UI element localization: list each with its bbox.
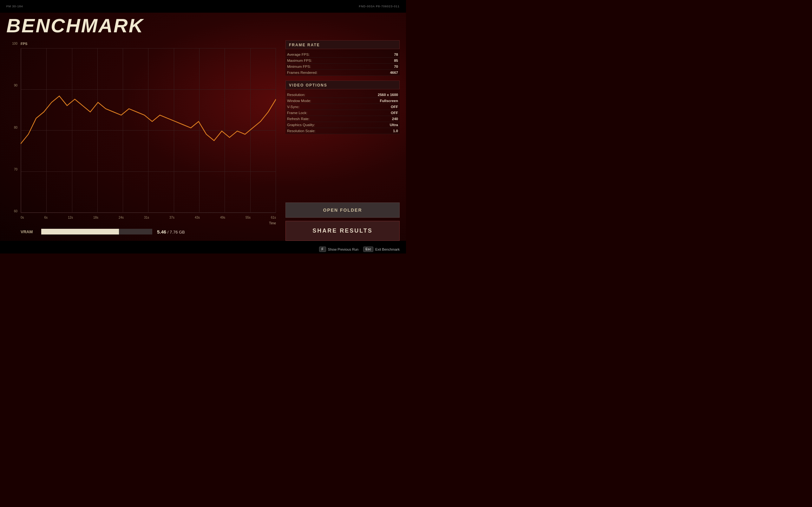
right-panel: FRAME RATE Average FPS:78Maximum FPS:85M… (286, 39, 400, 241)
x-label: 18s (93, 216, 98, 219)
vram-separator: / (167, 230, 170, 234)
stat-row: Average FPS:78 (286, 52, 400, 58)
y-val-60: 60 (14, 210, 17, 213)
vram-used: 5.46 (157, 229, 166, 234)
stat-label: Minimum FPS: (287, 65, 311, 68)
stat-value: Fullscreen (380, 99, 398, 103)
x-label: 55s (246, 216, 251, 219)
stat-value: 85 (394, 59, 398, 62)
y-val-80: 80 (14, 126, 17, 129)
x-label: 12s (68, 216, 73, 219)
share-results-button[interactable]: SHARE RESULTS (286, 221, 400, 241)
frame-rate-section: FRAME RATE Average FPS:78Maximum FPS:85M… (286, 40, 400, 76)
video-options-header-text: VIDEO OPTIONS (289, 83, 327, 88)
stat-label: Frame Lock: (287, 111, 307, 115)
stat-value: Ultra (390, 123, 398, 127)
bottom-controls: FShow Previous RunEscExit Benchmark (319, 246, 400, 252)
x-label: 6s (44, 216, 48, 219)
x-label: 31s (144, 216, 149, 219)
main-area: FPS 100 90 80 70 60 (6, 39, 400, 241)
frame-rate-header-text: FRAME RATE (289, 43, 320, 47)
stat-row: Frames Rendered:4667 (286, 70, 400, 76)
vram-value: 5.46 / 7.76 GB (157, 229, 185, 234)
stat-row: Minimum FPS:70 (286, 64, 400, 70)
video-options-stats: Resolution:2560 x 1600Window Mode:Fullsc… (286, 92, 400, 134)
stat-value: OFF (391, 111, 398, 115)
open-folder-button[interactable]: OPEN FOLDER (286, 203, 400, 218)
chart-section: FPS 100 90 80 70 60 (6, 39, 276, 241)
stat-label: Frames Rendered: (287, 71, 317, 74)
x-label: 49s (220, 216, 225, 219)
page-title: BENCHMARK (6, 16, 400, 36)
control-item[interactable]: EscExit Benchmark (363, 246, 400, 252)
stat-label: Maximum FPS: (287, 59, 312, 62)
stat-row: V-Sync:OFF (286, 104, 400, 110)
stat-value: 1.0 (393, 129, 398, 133)
fps-chart (20, 48, 276, 176)
stat-value: 70 (394, 65, 398, 68)
x-label: 37s (169, 216, 174, 219)
stat-label: Resolution: (287, 93, 305, 97)
vram-bar-container (41, 229, 152, 234)
x-label: 43s (195, 216, 200, 219)
top-bar-right: FND-003A P8-706023-011 (359, 5, 400, 8)
stat-row: Refresh Rate:240 (286, 116, 400, 122)
frame-rate-header: FRAME RATE (286, 40, 400, 49)
video-options-header: VIDEO OPTIONS (286, 80, 400, 89)
frame-rate-stats: Average FPS:78Maximum FPS:85Minimum FPS:… (286, 52, 400, 76)
top-bar-left: FM 30-184 (6, 5, 23, 8)
video-options-section: VIDEO OPTIONS Resolution:2560 x 1600Wind… (286, 80, 400, 134)
control-label: Show Previous Run (328, 247, 359, 251)
stat-row: Window Mode:Fullscreen (286, 98, 400, 104)
stat-label: Resolution Scale: (287, 129, 316, 133)
chart-y-label: FPS (20, 42, 27, 46)
vram-label: VRAM (20, 229, 37, 234)
control-label: Exit Benchmark (375, 247, 400, 251)
top-bar: FM 30-184 FND-003A P8-706023-011 (0, 0, 406, 13)
main-content: BENCHMARK FPS 100 90 80 70 60 (0, 13, 406, 241)
chart-x-axis-label: Time (269, 222, 276, 225)
key-badge: Esc (363, 246, 373, 252)
y-val-90: 90 (14, 83, 17, 87)
stat-row: Resolution:2560 x 1600 (286, 92, 400, 98)
stat-value: 78 (394, 53, 398, 56)
stat-value: 4667 (390, 71, 398, 74)
x-label: 0s (20, 216, 24, 219)
stat-value: OFF (391, 105, 398, 109)
chart-x-labels: 0s 6s 12s 18s 24s 31s 37s 43s 49s 55s 61… (20, 216, 276, 219)
title-section: BENCHMARK (6, 16, 400, 36)
stat-value: 240 (392, 117, 398, 121)
y-val-70: 70 (14, 168, 17, 171)
x-label: 24s (119, 216, 124, 219)
stat-row: Graphics Quality:Ultra (286, 122, 400, 128)
bottom-bar: FShow Previous RunEscExit Benchmark (0, 241, 406, 253)
stat-value: 2560 x 1600 (378, 93, 398, 97)
stat-row: Resolution Scale:1.0 (286, 128, 400, 134)
y-val-100: 100 (12, 42, 17, 45)
vram-section: VRAM 5.46 / 7.76 GB (6, 226, 276, 238)
vram-total: 7.76 GB (170, 230, 185, 234)
stat-row: Frame Lock:OFF (286, 110, 400, 116)
stat-label: Window Mode: (287, 99, 311, 103)
control-item[interactable]: FShow Previous Run (319, 246, 359, 252)
stat-label: V-Sync: (287, 105, 300, 109)
stat-label: Refresh Rate: (287, 117, 310, 121)
buttons-section: OPEN FOLDER SHARE RESULTS (286, 203, 400, 241)
key-badge: F (319, 246, 326, 252)
vram-bar-used (41, 229, 119, 234)
chart-container: FPS 100 90 80 70 60 (6, 39, 276, 226)
chart-y-values: 100 90 80 70 60 (6, 42, 19, 213)
stat-label: Graphics Quality: (287, 123, 315, 127)
stat-row: Maximum FPS:85 (286, 58, 400, 64)
stat-label: Average FPS: (287, 53, 310, 56)
x-label: 61s (271, 216, 276, 219)
